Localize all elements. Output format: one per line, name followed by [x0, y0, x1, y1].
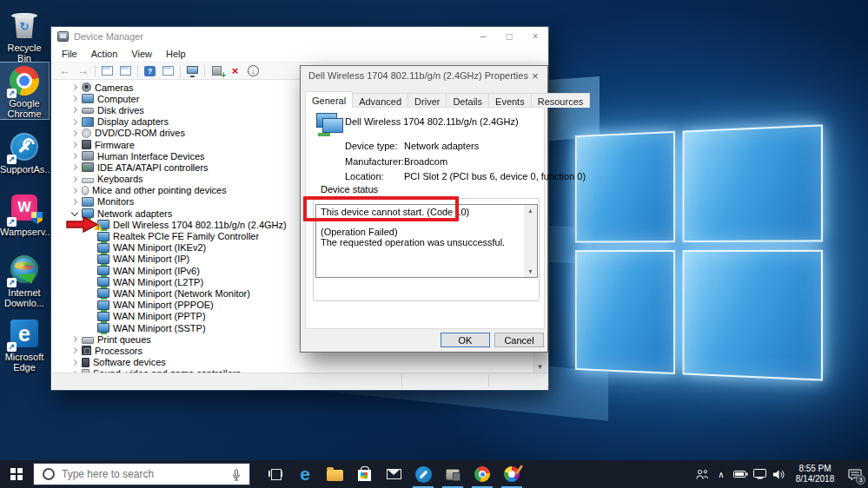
action-center-button[interactable]: 3 [842, 460, 868, 488]
dialog-tab[interactable]: Driver [407, 93, 447, 108]
shortcut-arrow-icon: ↗ [7, 155, 17, 164]
tree-chevron-icon[interactable] [70, 93, 81, 104]
tree-chevron-icon[interactable] [70, 345, 81, 356]
tree-item-label: Cameras [95, 82, 134, 93]
help-icon[interactable]: ? [143, 65, 156, 77]
tree-chevron-icon[interactable] [70, 116, 81, 128]
device-manager-titlebar[interactable]: Device Manager – □ × [51, 27, 548, 46]
tree-item-label: Software devices [93, 357, 166, 367]
desktop-icon-internet-download-manager[interactable]: ↗ Internet Downlo... [0, 252, 49, 308]
tree-chevron-icon[interactable] [70, 333, 81, 345]
annotation-highlight-rectangle [303, 196, 459, 221]
desktop-icon-label: Google Chrome [0, 98, 49, 119]
start-button[interactable] [0, 460, 33, 488]
disable-device-icon[interactable]: ↓ [247, 65, 260, 77]
minimize-button[interactable]: – [470, 27, 496, 46]
device-category-icon [82, 129, 91, 138]
tree-item[interactable]: Software devices [52, 357, 533, 368]
microphone-icon[interactable] [231, 469, 242, 482]
tree-chevron-icon[interactable] [70, 150, 81, 162]
people-icon[interactable] [692, 460, 712, 488]
scroll-up-icon[interactable]: ▲ [527, 205, 533, 216]
taskbar-supportassist-button[interactable] [408, 460, 438, 488]
edge-icon: e↗ [8, 318, 41, 351]
desktop-icon-supportassist[interactable]: ↗ SupportAs... [0, 129, 49, 175]
menu-item[interactable]: Action [84, 48, 125, 60]
tree-chevron-icon[interactable] [70, 185, 81, 196]
desktop: ↻ Recycle Bin ↗ Google Chrome ↗ SupportA… [0, 0, 868, 488]
dialog-tab[interactable]: Resources [531, 93, 591, 108]
task-view-icon [268, 469, 282, 479]
desktop-icon-label: SupportAs... [0, 164, 49, 175]
dialog-titlebar[interactable]: Dell Wireless 1704 802.11b/g/n (2.4GHz) … [301, 66, 547, 85]
taskbar-paint3d-button[interactable] [497, 460, 527, 488]
taskbar-clock[interactable]: 8:55 PM 8/14/2018 [790, 464, 840, 485]
shortcut-arrow-icon: ↗ [7, 342, 17, 352]
tree-chevron-icon[interactable] [70, 162, 81, 173]
desktop-icon-microsoft-edge[interactable]: e↗ Microsoft Edge [0, 316, 49, 373]
close-button[interactable]: × [522, 27, 548, 46]
tree-item-label: Processors [95, 346, 142, 356]
forward-icon[interactable]: → [76, 65, 89, 77]
taskbar-edge-button[interactable]: e [290, 460, 320, 488]
notification-badge: 3 [856, 475, 865, 485]
desktop-icon-recycle-bin[interactable]: ↻ Recycle Bin [0, 7, 49, 63]
computer-icon[interactable] [186, 65, 199, 77]
tree-chevron-icon[interactable] [70, 196, 81, 208]
scroll-down-icon[interactable]: ▼ [537, 360, 544, 373]
field-value: Network adapters [404, 141, 479, 151]
console-window-icon[interactable] [162, 65, 175, 77]
desktop-icon-label: Wampserv... [0, 227, 49, 237]
taskbar-mail-button[interactable] [379, 460, 408, 488]
desktop-icon-wampserver[interactable]: W↗ Wampserv... [0, 191, 49, 237]
tree-item-label: IDE ATA/ATAPI controllers [97, 162, 209, 173]
volume-icon[interactable] [769, 460, 788, 488]
device-category-icon [97, 312, 109, 321]
dialog-close-icon[interactable]: × [523, 66, 547, 85]
dialog-tab[interactable]: General [305, 91, 353, 108]
maximize-button[interactable]: □ [496, 27, 522, 46]
menu-item[interactable]: Help [159, 48, 193, 60]
shortcut-arrow-icon: ↗ [7, 217, 17, 227]
desktop-icon-google-chrome[interactable]: ↗ Google Chrome [0, 63, 49, 119]
tree-chevron-icon[interactable] [70, 174, 81, 185]
tree-chevron-icon[interactable] [70, 104, 81, 115]
dialog-tab[interactable]: Events [488, 93, 532, 108]
ok-button[interactable]: OK [441, 333, 490, 347]
taskbar-file-explorer-button[interactable] [320, 460, 349, 488]
menu-bar: FileActionViewHelp [51, 46, 548, 62]
tree-item-label: DVD/CD-ROM drives [95, 128, 185, 138]
cancel-button[interactable]: Cancel [494, 333, 544, 347]
back-icon[interactable]: ← [58, 65, 71, 77]
scroll-down-icon[interactable]: ▼ [527, 266, 533, 277]
scan-hardware-changes-icon[interactable] [210, 65, 223, 77]
paint-3d-icon [504, 466, 520, 482]
show-console-tree-icon[interactable] [101, 65, 114, 77]
tree-chevron-icon[interactable] [70, 82, 81, 93]
tree-chevron-icon[interactable] [70, 357, 81, 368]
dialog-tab[interactable]: Advanced [352, 93, 408, 108]
tree-chevron-icon[interactable] [70, 139, 81, 150]
menu-item[interactable]: View [124, 48, 159, 60]
network-icon[interactable] [750, 460, 769, 488]
uninstall-device-icon[interactable]: × [229, 65, 242, 77]
taskbar-search-box[interactable] [33, 463, 250, 485]
battery-icon[interactable] [731, 460, 750, 488]
tree-item-label: Keyboards [97, 174, 143, 184]
task-view-button[interactable] [261, 460, 290, 488]
taskbar-store-button[interactable] [349, 460, 379, 488]
dialog-tab[interactable]: Details [446, 93, 489, 108]
device-category-icon [82, 82, 91, 92]
properties-icon[interactable] [119, 65, 132, 77]
taskbar-chrome-button[interactable] [467, 460, 497, 488]
tree-chevron-icon[interactable] [70, 128, 81, 139]
chevron-up-icon[interactable]: ∧ [712, 460, 731, 488]
search-input[interactable] [62, 468, 209, 480]
status-scrollbar[interactable]: ▲ ▼ [524, 205, 537, 277]
tree-item-label: WAN Miniport (IKEv2) [113, 242, 206, 253]
taskbar-device-manager-button[interactable] [438, 460, 467, 488]
dialog-tabs: GeneralAdvancedDriverDetailsEventsResour… [305, 91, 543, 108]
tree-item-label: WAN Miniport (PPTP) [113, 311, 206, 321]
desktop-icon-label: Recycle Bin [0, 43, 49, 63]
menu-item[interactable]: File [55, 48, 84, 60]
